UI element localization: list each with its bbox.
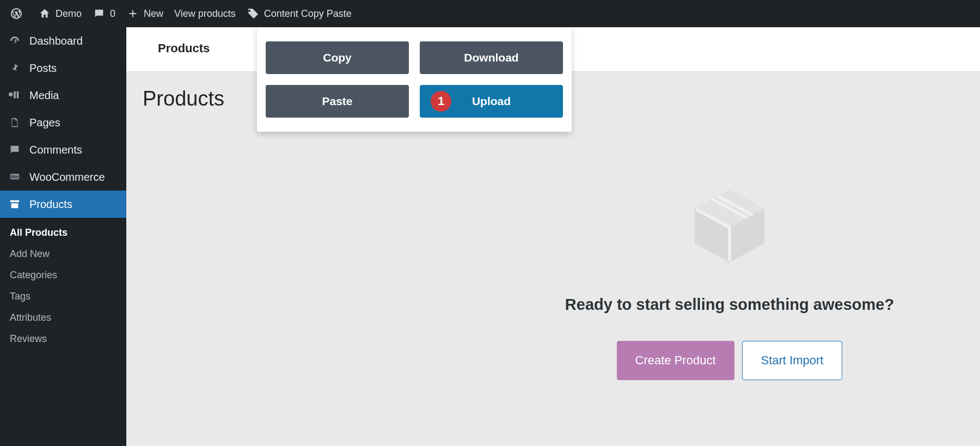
site-name-label: Demo [56, 8, 82, 20]
comment-icon [8, 143, 22, 157]
wp-logo[interactable] [4, 0, 33, 27]
submenu-all-products[interactable]: All Products [0, 222, 126, 243]
sidebar-item-label: Products [29, 198, 72, 211]
sidebar-item-posts[interactable]: Posts [0, 54, 126, 82]
copy-button[interactable]: Copy [266, 41, 409, 74]
comments-count: 0 [110, 8, 115, 20]
view-products-label: View products [174, 8, 236, 20]
submenu-attributes[interactable]: Attributes [0, 307, 126, 328]
view-products-link[interactable]: View products [169, 0, 241, 27]
sidebar-item-label: Dashboard [29, 35, 83, 47]
sidebar-item-label: WooCommerce [29, 171, 105, 184]
wordpress-icon [10, 7, 23, 20]
new-link[interactable]: New [121, 0, 169, 27]
submenu-categories[interactable]: Categories [0, 265, 126, 286]
upload-button[interactable]: 1 Upload [420, 85, 563, 118]
admin-bar: Demo 0 New View products Content Copy Pa… [0, 0, 980, 27]
sidebar-item-products[interactable]: Products [0, 191, 126, 218]
plus-icon [126, 7, 139, 20]
sidebar-item-dashboard[interactable]: Dashboard [0, 27, 126, 54]
sidebar-item-label: Pages [29, 117, 60, 129]
admin-sidebar: Dashboard Posts Media Pages Comments Woo… [0, 27, 126, 446]
copy-paste-dropdown: Copy Download Paste 1 Upload [257, 27, 572, 132]
page-icon [8, 115, 22, 130]
empty-state: Ready to start selling something awesome… [539, 182, 920, 380]
media-icon [8, 88, 22, 102]
products-submenu: All Products Add New Categories Tags Att… [0, 218, 126, 356]
sidebar-item-comments[interactable]: Comments [0, 136, 126, 163]
sidebar-item-label: Posts [29, 62, 57, 75]
sidebar-item-woocommerce[interactable]: Woo WooCommerce [0, 163, 126, 191]
paste-button[interactable]: Paste [266, 85, 409, 118]
archive-icon [8, 197, 22, 211]
sidebar-item-media[interactable]: Media [0, 82, 126, 109]
new-label: New [144, 8, 163, 20]
woo-icon: Woo [8, 170, 22, 184]
empty-heading: Ready to start selling something awesome… [539, 296, 920, 314]
start-import-button[interactable]: Start Import [742, 341, 843, 380]
site-name-link[interactable]: Demo [33, 0, 87, 27]
comments-link[interactable]: 0 [87, 0, 121, 27]
svg-text:Woo: Woo [11, 175, 19, 179]
content-copy-paste-label: Content Copy Paste [264, 8, 352, 20]
dashboard-icon [8, 34, 22, 48]
submenu-add-new[interactable]: Add New [0, 243, 126, 265]
home-icon [38, 7, 51, 20]
empty-actions: Create Product Start Import [539, 341, 920, 380]
sidebar-item-label: Media [29, 89, 59, 102]
annotation-badge: 1 [431, 91, 451, 112]
comment-icon [93, 7, 106, 20]
package-icon [686, 182, 773, 270]
upload-label: Upload [472, 95, 511, 108]
content-copy-paste-link[interactable]: Content Copy Paste [241, 0, 357, 27]
sidebar-item-label: Comments [29, 144, 82, 156]
tab-products[interactable]: Products [137, 27, 230, 71]
sidebar-item-pages[interactable]: Pages [0, 109, 126, 136]
download-button[interactable]: Download [420, 41, 563, 74]
submenu-reviews[interactable]: Reviews [0, 328, 126, 350]
submenu-tags[interactable]: Tags [0, 286, 126, 307]
create-product-button[interactable]: Create Product [617, 341, 734, 380]
tag-icon [247, 7, 260, 20]
pin-icon [8, 61, 22, 75]
